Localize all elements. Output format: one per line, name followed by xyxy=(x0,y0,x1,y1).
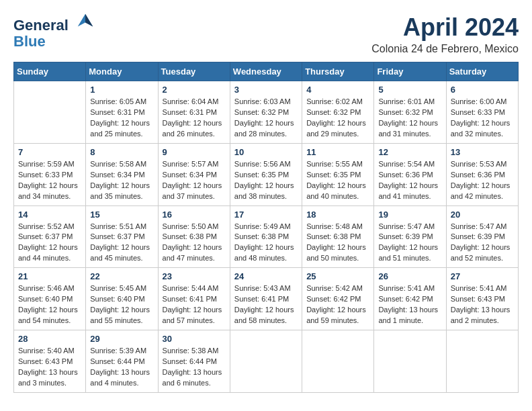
day-number: 13 xyxy=(451,147,514,157)
calendar-cell xyxy=(230,330,302,393)
calendar-cell: 24Sunrise: 5:43 AMSunset: 6:41 PMDayligh… xyxy=(230,268,302,330)
logo-text: General Blue xyxy=(13,13,95,50)
cell-info: Sunrise: 5:59 AMSunset: 6:33 PMDaylight:… xyxy=(18,159,81,202)
cell-info: Sunrise: 6:00 AMSunset: 6:33 PMDaylight:… xyxy=(451,97,514,140)
day-number: 23 xyxy=(163,271,226,281)
weekday-header-row: SundayMondayTuesdayWednesdayThursdayFrid… xyxy=(14,62,519,81)
day-number: 19 xyxy=(378,210,441,220)
cell-info: Sunrise: 6:04 AMSunset: 6:31 PMDaylight:… xyxy=(163,97,226,140)
cell-info: Sunrise: 5:42 AMSunset: 6:42 PMDaylight:… xyxy=(306,283,369,326)
calendar-cell: 1Sunrise: 6:05 AMSunset: 6:31 PMDaylight… xyxy=(86,81,158,144)
calendar-cell: 29Sunrise: 5:39 AMSunset: 6:44 PMDayligh… xyxy=(86,330,158,393)
day-number: 4 xyxy=(306,85,369,95)
cell-info: Sunrise: 6:01 AMSunset: 6:32 PMDaylight:… xyxy=(378,97,441,140)
calendar-cell: 30Sunrise: 5:38 AMSunset: 6:44 PMDayligh… xyxy=(158,330,230,393)
cell-info: Sunrise: 5:57 AMSunset: 6:34 PMDaylight:… xyxy=(163,159,226,202)
day-number: 16 xyxy=(163,210,226,220)
day-number: 18 xyxy=(306,210,369,220)
page-header: General Blue April 2024 Colonia 24 de Fe… xyxy=(13,13,519,55)
calendar-cell: 5Sunrise: 6:01 AMSunset: 6:32 PMDaylight… xyxy=(374,81,446,144)
calendar-cell: 19Sunrise: 5:47 AMSunset: 6:39 PMDayligh… xyxy=(374,205,446,268)
day-number: 3 xyxy=(234,85,298,95)
weekday-header-tuesday: Tuesday xyxy=(158,62,230,81)
cell-info: Sunrise: 5:54 AMSunset: 6:36 PMDaylight:… xyxy=(378,159,441,202)
day-number: 17 xyxy=(234,210,298,220)
cell-info: Sunrise: 5:38 AMSunset: 6:44 PMDaylight:… xyxy=(163,346,226,389)
calendar-cell: 21Sunrise: 5:46 AMSunset: 6:40 PMDayligh… xyxy=(14,268,86,330)
calendar-cell xyxy=(446,330,518,393)
day-number: 22 xyxy=(90,271,153,281)
month-title: April 2024 xyxy=(371,13,519,42)
calendar-cell: 17Sunrise: 5:49 AMSunset: 6:38 PMDayligh… xyxy=(230,205,302,268)
day-number: 26 xyxy=(378,271,441,281)
calendar-cell: 20Sunrise: 5:47 AMSunset: 6:39 PMDayligh… xyxy=(446,205,518,268)
calendar-cell: 6Sunrise: 6:00 AMSunset: 6:33 PMDaylight… xyxy=(446,81,518,144)
cell-info: Sunrise: 5:39 AMSunset: 6:44 PMDaylight:… xyxy=(90,346,153,389)
cell-info: Sunrise: 5:53 AMSunset: 6:36 PMDaylight:… xyxy=(451,159,514,202)
cell-info: Sunrise: 6:05 AMSunset: 6:31 PMDaylight:… xyxy=(90,97,153,140)
calendar-cell: 4Sunrise: 6:02 AMSunset: 6:32 PMDaylight… xyxy=(302,81,374,144)
day-number: 30 xyxy=(163,334,226,344)
cell-info: Sunrise: 5:41 AMSunset: 6:43 PMDaylight:… xyxy=(451,283,514,326)
calendar-cell: 23Sunrise: 5:44 AMSunset: 6:41 PMDayligh… xyxy=(158,268,230,330)
cell-info: Sunrise: 5:46 AMSunset: 6:40 PMDaylight:… xyxy=(18,283,81,326)
cell-info: Sunrise: 5:40 AMSunset: 6:43 PMDaylight:… xyxy=(18,346,81,389)
calendar-cell: 8Sunrise: 5:58 AMSunset: 6:34 PMDaylight… xyxy=(86,143,158,205)
cell-info: Sunrise: 5:52 AMSunset: 6:37 PMDaylight:… xyxy=(18,222,81,265)
calendar-table: SundayMondayTuesdayWednesdayThursdayFrid… xyxy=(13,62,519,393)
day-number: 2 xyxy=(163,85,226,95)
day-number: 1 xyxy=(90,85,153,95)
calendar-cell xyxy=(14,81,86,144)
calendar-cell: 13Sunrise: 5:53 AMSunset: 6:36 PMDayligh… xyxy=(446,143,518,205)
weekday-header-wednesday: Wednesday xyxy=(230,62,302,81)
day-number: 12 xyxy=(378,147,441,157)
day-number: 6 xyxy=(451,85,514,95)
day-number: 8 xyxy=(90,147,153,157)
cell-info: Sunrise: 5:49 AMSunset: 6:38 PMDaylight:… xyxy=(234,222,298,265)
week-row-3: 14Sunrise: 5:52 AMSunset: 6:37 PMDayligh… xyxy=(14,205,519,268)
calendar-cell: 25Sunrise: 5:42 AMSunset: 6:42 PMDayligh… xyxy=(302,268,374,330)
day-number: 20 xyxy=(451,210,514,220)
weekday-header-thursday: Thursday xyxy=(302,62,374,81)
cell-info: Sunrise: 5:47 AMSunset: 6:39 PMDaylight:… xyxy=(451,222,514,265)
day-number: 27 xyxy=(451,271,514,281)
location-subtitle: Colonia 24 de Febrero, Mexico xyxy=(371,43,519,55)
calendar-cell xyxy=(302,330,374,393)
calendar-cell: 14Sunrise: 5:52 AMSunset: 6:37 PMDayligh… xyxy=(14,205,86,268)
cell-info: Sunrise: 5:43 AMSunset: 6:41 PMDaylight:… xyxy=(234,283,298,326)
cell-info: Sunrise: 6:02 AMSunset: 6:32 PMDaylight:… xyxy=(306,97,369,140)
week-row-5: 28Sunrise: 5:40 AMSunset: 6:43 PMDayligh… xyxy=(14,330,519,393)
weekday-header-friday: Friday xyxy=(374,62,446,81)
day-number: 7 xyxy=(18,147,81,157)
cell-info: Sunrise: 5:58 AMSunset: 6:34 PMDaylight:… xyxy=(90,159,153,202)
calendar-cell: 9Sunrise: 5:57 AMSunset: 6:34 PMDaylight… xyxy=(158,143,230,205)
calendar-cell xyxy=(374,330,446,393)
day-number: 10 xyxy=(234,147,298,157)
cell-info: Sunrise: 5:50 AMSunset: 6:38 PMDaylight:… xyxy=(163,222,226,265)
calendar-cell: 26Sunrise: 5:41 AMSunset: 6:42 PMDayligh… xyxy=(374,268,446,330)
cell-info: Sunrise: 5:48 AMSunset: 6:38 PMDaylight:… xyxy=(306,222,369,265)
cell-info: Sunrise: 5:56 AMSunset: 6:35 PMDaylight:… xyxy=(234,159,298,202)
title-section: April 2024 Colonia 24 de Febrero, Mexico xyxy=(371,13,519,55)
day-number: 25 xyxy=(306,271,369,281)
day-number: 24 xyxy=(234,271,298,281)
cell-info: Sunrise: 5:55 AMSunset: 6:35 PMDaylight:… xyxy=(306,159,369,202)
week-row-1: 1Sunrise: 6:05 AMSunset: 6:31 PMDaylight… xyxy=(14,81,519,144)
logo-bird-icon xyxy=(75,10,95,30)
cell-info: Sunrise: 5:47 AMSunset: 6:39 PMDaylight:… xyxy=(378,222,441,265)
day-number: 29 xyxy=(90,334,153,344)
calendar-cell: 22Sunrise: 5:45 AMSunset: 6:40 PMDayligh… xyxy=(86,268,158,330)
day-number: 28 xyxy=(18,334,81,344)
day-number: 11 xyxy=(306,147,369,157)
calendar-cell: 16Sunrise: 5:50 AMSunset: 6:38 PMDayligh… xyxy=(158,205,230,268)
day-number: 14 xyxy=(18,210,81,220)
calendar-cell: 28Sunrise: 5:40 AMSunset: 6:43 PMDayligh… xyxy=(14,330,86,393)
calendar-cell: 15Sunrise: 5:51 AMSunset: 6:37 PMDayligh… xyxy=(86,205,158,268)
calendar-cell: 18Sunrise: 5:48 AMSunset: 6:38 PMDayligh… xyxy=(302,205,374,268)
weekday-header-monday: Monday xyxy=(86,62,158,81)
calendar-cell: 12Sunrise: 5:54 AMSunset: 6:36 PMDayligh… xyxy=(374,143,446,205)
cell-info: Sunrise: 5:44 AMSunset: 6:41 PMDaylight:… xyxy=(163,283,226,326)
calendar-cell: 7Sunrise: 5:59 AMSunset: 6:33 PMDaylight… xyxy=(14,143,86,205)
weekday-header-sunday: Sunday xyxy=(14,62,86,81)
week-row-4: 21Sunrise: 5:46 AMSunset: 6:40 PMDayligh… xyxy=(14,268,519,330)
